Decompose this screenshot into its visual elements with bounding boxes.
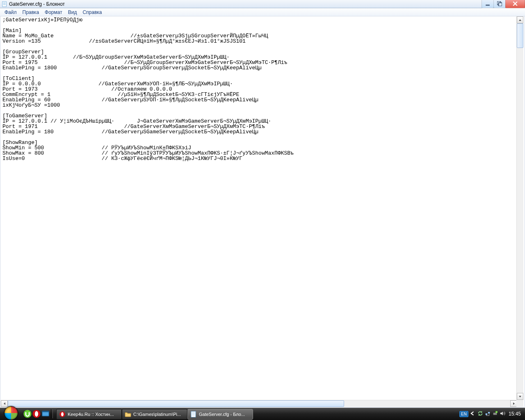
ql-utorrent-icon[interactable] [23, 408, 32, 420]
scroll-left-button[interactable] [1, 400, 8, 407]
scroll-corner [516, 400, 523, 407]
tray-volume-icon[interactable] [500, 411, 505, 417]
tray-expand-icon[interactable] [470, 411, 476, 417]
clock[interactable]: 15:45 [507, 411, 523, 417]
hscroll-thumb[interactable] [8, 400, 344, 407]
taskbar: Keep4u.Ru :: Хостин... C:\Games\platinum… [0, 408, 525, 420]
horizontal-scrollbar[interactable] [1, 400, 517, 407]
notepad-window: GateServer.cfg - Блокнот Файл Правка Фор… [0, 0, 525, 408]
svg-rect-15 [191, 411, 196, 417]
scroll-up-button[interactable] [517, 16, 523, 23]
menu-view[interactable]: Вид [65, 9, 80, 16]
svg-point-10 [35, 411, 38, 417]
svg-rect-5 [486, 5, 490, 5]
task-opera[interactable]: Keep4u.Ru :: Хостин... [56, 409, 122, 420]
menu-help[interactable]: Справка [80, 9, 105, 16]
vscroll-thumb[interactable] [517, 23, 523, 48]
svg-rect-19 [486, 413, 487, 415]
svg-rect-20 [488, 412, 490, 414]
windows-orb-icon [4, 406, 18, 420]
notepad-icon [2, 1, 7, 7]
svg-rect-7 [499, 3, 502, 6]
ql-show-desktop-icon[interactable] [41, 408, 50, 420]
task-label: C:\Games\platinum\Pi... [133, 412, 181, 417]
system-tray: EN 15:45 [457, 408, 525, 420]
tray-sync-icon[interactable] [477, 411, 483, 417]
minimize-button[interactable] [482, 0, 494, 8]
ql-opera-icon[interactable] [32, 408, 41, 420]
ql-separator [51, 409, 53, 418]
menu-file[interactable]: Файл [2, 9, 20, 16]
task-label: GateServer.cfg - Бло... [199, 412, 245, 417]
language-indicator[interactable]: EN [459, 411, 468, 417]
task-buttons: Keep4u.Ru :: Хостин... C:\Games\platinum… [55, 408, 457, 420]
tray-safely-remove-icon[interactable] [492, 411, 498, 417]
close-button[interactable] [505, 0, 525, 8]
task-notepad[interactable]: GateServer.cfg - Бло... [187, 409, 253, 420]
tray-network-icon[interactable] [485, 411, 491, 417]
titlebar[interactable]: GateServer.cfg - Блокнот [0, 0, 525, 8]
folder-icon [125, 411, 131, 418]
editor-area: ;GateServerіхКј»ЇРЕПўОДјю [Main] Name = … [0, 16, 525, 408]
svg-point-14 [61, 412, 64, 416]
vertical-scrollbar[interactable] [516, 16, 523, 400]
svg-rect-12 [42, 411, 49, 412]
window-title: GateServer.cfg - Блокнот [9, 1, 524, 7]
task-explorer[interactable]: C:\Games\platinum\Pi... [122, 409, 187, 420]
text-editor[interactable]: ;GateServerіхКј»ЇРЕПўОДјю [Main] Name = … [1, 16, 524, 400]
maximize-button[interactable] [493, 0, 506, 8]
menu-format[interactable]: Формат [42, 9, 65, 16]
svg-point-22 [495, 411, 498, 413]
opera-icon [59, 411, 66, 418]
scroll-down-button[interactable] [517, 393, 523, 400]
quick-launch [22, 408, 55, 420]
start-button[interactable] [0, 408, 22, 420]
task-label: Keep4u.Ru :: Хостин... [68, 412, 114, 417]
menu-edit[interactable]: Правка [20, 9, 42, 16]
menubar: Файл Правка Формат Вид Справка [0, 8, 525, 16]
window-controls [482, 0, 525, 8]
notepad-icon [190, 411, 197, 418]
